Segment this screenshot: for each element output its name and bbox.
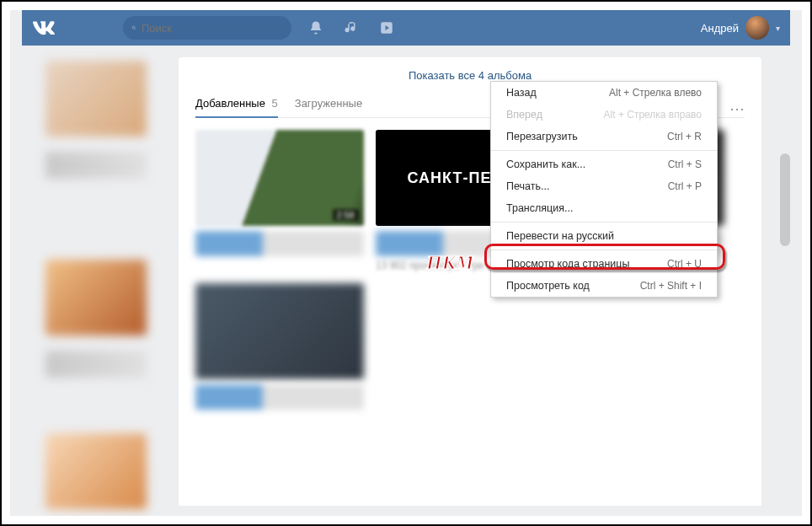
ctx-print[interactable]: Печать...Ctrl + P xyxy=(491,175,717,197)
ctx-back[interactable]: НазадAlt + Стрелка влево xyxy=(491,82,717,104)
annotation-pkm: ПКМ xyxy=(426,251,473,274)
bell-icon[interactable] xyxy=(308,20,323,35)
search-icon xyxy=(131,22,136,34)
ctx-save-as[interactable]: Сохранить как...Ctrl + S xyxy=(491,153,717,175)
video-item[interactable]: 2:58 xyxy=(195,130,364,271)
video-duration: 2:58 xyxy=(333,209,359,221)
ctx-translate[interactable]: Перевести на русский xyxy=(491,225,717,247)
video-thumb xyxy=(195,283,364,379)
left-sidebar-blur xyxy=(45,61,147,509)
chevron-down-icon: ▾ xyxy=(776,24,780,33)
ctx-inspect[interactable]: Просмотреть кодCtrl + Shift + I xyxy=(491,275,717,297)
ctx-view-source[interactable]: Просмотр кода страницыCtrl + U xyxy=(491,253,717,275)
context-menu: НазадAlt + Стрелка влево ВпередAlt + Стр… xyxy=(490,81,718,298)
video-item[interactable] xyxy=(195,283,364,410)
scrollbar[interactable] xyxy=(780,153,790,246)
username: Андрей xyxy=(701,22,739,35)
more-menu-icon[interactable]: ⋯ xyxy=(729,99,745,118)
user-menu[interactable]: Андрей ▾ xyxy=(701,16,780,40)
search-box[interactable] xyxy=(123,16,291,40)
svg-point-0 xyxy=(132,26,135,29)
ctx-cast[interactable]: Трансляция... xyxy=(491,197,717,219)
tab-added[interactable]: Добавленные 5 xyxy=(195,97,278,118)
ctx-forward: ВпередAlt + Стрелка вправо xyxy=(491,104,717,126)
video-thumb: 2:58 xyxy=(195,130,364,226)
svg-line-1 xyxy=(135,29,136,30)
play-icon[interactable] xyxy=(379,20,394,35)
show-all-albums-link[interactable]: Показать все 4 альбома xyxy=(195,69,745,82)
vk-logo[interactable] xyxy=(32,16,56,40)
music-icon[interactable] xyxy=(344,20,359,35)
tab-uploaded[interactable]: Загруженные xyxy=(295,97,362,110)
video-title-blur xyxy=(195,384,364,410)
video-title-blur xyxy=(195,231,364,256)
search-input[interactable] xyxy=(142,22,283,35)
avatar xyxy=(745,16,769,40)
ctx-reload[interactable]: ПерезагрузитьCtrl + R xyxy=(491,126,717,148)
top-header: Андрей ▾ xyxy=(22,10,790,46)
